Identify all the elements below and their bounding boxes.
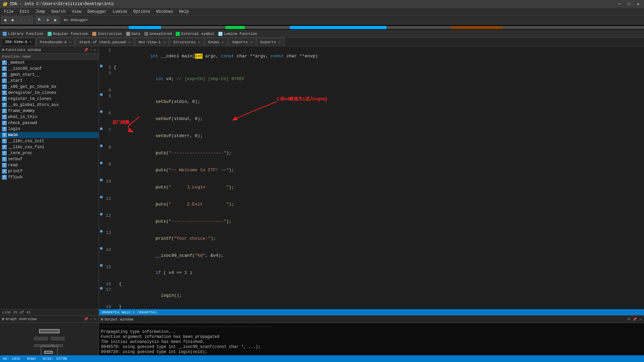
tab-stack-close[interactable]: ✕ <box>128 40 130 44</box>
output-btn-pin[interactable]: 📌 <box>632 317 637 321</box>
line-content-17[interactable]: login(); <box>114 287 644 304</box>
tab-stack[interactable]: Stack of check_passwd ✕ <box>75 38 134 46</box>
func-item-check[interactable]: f check_passwd <box>0 120 99 126</box>
tab-exports[interactable]: Exports ✕ <box>257 38 284 46</box>
tab-enums-close[interactable]: ✕ <box>222 40 224 44</box>
func-name-start: _start <box>8 78 22 83</box>
menu-item-search[interactable]: Search <box>48 9 68 15</box>
menu-item-debugger[interactable]: Debugger <box>85 9 109 15</box>
menu-item-lumina[interactable]: Lumina <box>110 9 130 15</box>
graph-panel-btn-pin[interactable]: 📌 <box>83 317 89 321</box>
tab-structures-close[interactable]: ✕ <box>198 40 200 44</box>
func-item-start[interactable]: f _start <box>0 78 99 84</box>
legend-library-label: Library function <box>8 32 44 36</box>
legend-data-label: Data <box>131 32 140 36</box>
toolbar-btn-7[interactable]: ▶ <box>52 16 59 24</box>
line-content-18[interactable]: } <box>114 304 644 309</box>
toolbar-btn-4[interactable]: ↓ <box>25 16 33 24</box>
status-au: AU: idle <box>3 357 20 361</box>
func-item-reg[interactable]: f register_tm_clones <box>0 96 99 102</box>
func-item-frame[interactable]: f frame_dummy <box>0 108 99 114</box>
func-item-what[interactable]: f what_is_this <box>0 114 99 120</box>
func-name-login: login <box>8 127 20 131</box>
func-item-x86[interactable]: f _x86_get_pc_thunk_bx <box>0 84 99 90</box>
func-item-scanf[interactable]: f __isoc99_scanf <box>0 66 99 72</box>
func-item-dereg[interactable]: f deregister_tm_clones <box>0 90 99 96</box>
line-num-13: 13 <box>104 230 114 236</box>
func-item-read[interactable]: f read <box>0 162 99 168</box>
tab-imports[interactable]: Imports ✕ <box>228 38 256 46</box>
func-item-csu-init[interactable]: f __libc_csu_init <box>0 138 99 144</box>
tab-pseudocode[interactable]: Pseudocode-A ✕ <box>36 38 75 46</box>
toolbar-btn-5[interactable]: 🔍 <box>36 16 43 24</box>
keyword-int: int <box>150 54 158 59</box>
func-item-main[interactable]: f main <box>0 132 99 138</box>
line-content-4 <box>114 87 644 93</box>
functions-panel-btn-minimize[interactable]: — <box>89 48 93 52</box>
line-content-2[interactable]: { <box>114 65 644 70</box>
output-btn-close[interactable]: ✕ <box>639 317 642 321</box>
line-content-9[interactable]: puts("~~ Welcome to CTF! ~~"); <box>114 162 644 179</box>
graph-panel-btn-minimize[interactable]: — <box>89 317 93 321</box>
func-item-setbuf[interactable]: f setbuf <box>0 156 99 162</box>
menu-item-file[interactable]: File <box>1 9 16 15</box>
code-line-7: 7 setbuf(stderr, 0); <box>99 127 644 144</box>
line-content-8[interactable]: puts("--------------------"); <box>114 144 644 162</box>
maximize-button[interactable]: □ <box>626 2 632 7</box>
menu-item-windows[interactable]: Windows <box>154 9 176 15</box>
menu-item-edit[interactable]: Edit <box>17 9 32 15</box>
navmap-highlight-2 <box>225 26 245 29</box>
tab-ida-view[interactable]: IDA View-A ✕ <box>1 38 36 46</box>
tab-enums[interactable]: Enums ✕ <box>205 38 228 46</box>
str-login: " 1.Login " <box>169 185 229 190</box>
func-item-login[interactable]: f login <box>0 126 99 132</box>
line-content-11[interactable]: puts(" 2.Exit "); <box>114 196 644 213</box>
toolbar-btn-2[interactable]: ▶ <box>9 16 17 24</box>
tab-hex-close[interactable]: ✕ <box>163 40 165 44</box>
line-content-12[interactable]: puts("--------------------"); <box>114 213 644 230</box>
menu-item-help[interactable]: Help <box>176 9 192 15</box>
toolbar-btn-6[interactable]: ⊕ <box>44 16 51 24</box>
tab-exports-close[interactable]: ✕ <box>279 40 281 44</box>
line-content-14[interactable]: __isoc99_scanf("%d", &v4); <box>114 247 644 264</box>
func-item-memset[interactable]: f _memset <box>0 60 99 66</box>
func-item-gmon[interactable]: f _gmon_start__ <box>0 72 99 78</box>
minimize-button[interactable]: — <box>616 2 623 7</box>
toolbar-btn-1[interactable]: ◀ <box>1 16 9 24</box>
func-name-memset: _memset <box>8 60 25 65</box>
menu-item-jump[interactable]: Jump <box>33 9 48 15</box>
tab-structures[interactable]: Structures ✕ <box>170 38 204 46</box>
menu-item-view[interactable]: View <box>69 9 84 15</box>
output-btn-copy[interactable]: ⧉ <box>627 317 631 321</box>
line-content-6[interactable]: setbuf(stdout, 0); <box>114 110 644 127</box>
func-icon-gmon: f <box>2 72 7 77</box>
line-content-16[interactable]: { <box>114 281 644 287</box>
func-item-printf[interactable]: f printf <box>0 168 99 174</box>
line-content-13[interactable]: printf("Your choice:"); <box>114 230 644 247</box>
line-content-10[interactable]: puts(" 1.Login "); <box>114 179 644 196</box>
func-item-do-global[interactable]: f __do_global_dtors_aux <box>0 102 99 108</box>
func-item-term[interactable]: f _term_proc <box>0 150 99 156</box>
line-content-3[interactable]: int v4; // [esp+Ch] [ebp-Ch] BYREF <box>114 70 644 87</box>
functions-title: Functions window <box>6 48 41 52</box>
tab-imports-close[interactable]: ✕ <box>250 40 252 44</box>
func-item-fflush[interactable]: f fflush <box>0 174 99 180</box>
tab-hex[interactable]: Hex View-1 ✕ <box>135 38 169 46</box>
line-content-5[interactable]: setbuf(stdin, 0); <box>114 93 644 110</box>
code-line-17: 17 login(); <box>99 287 644 304</box>
func-item-csu-fini[interactable]: f __libc_csu_fini <box>0 144 99 150</box>
tab-ida-view-close[interactable]: ✕ <box>30 40 32 44</box>
line-content-15[interactable]: if ( v4 == 1 ) <box>114 264 644 281</box>
menu-item-options[interactable]: Options <box>130 9 153 15</box>
line-content-7[interactable]: setbuf(stderr, 0); <box>114 127 644 144</box>
graph-panel-btn-close[interactable]: ✕ <box>93 317 97 321</box>
titlebar-icon: 🔐 <box>3 2 8 7</box>
functions-panel-btn-pin[interactable]: 📌 <box>83 48 89 52</box>
func-name-reg: register_tm_clones <box>8 97 52 101</box>
tab-pseudocode-close[interactable]: ✕ <box>69 40 71 44</box>
close-button[interactable]: ✕ <box>635 2 641 7</box>
functions-panel-btn-close[interactable]: ✕ <box>93 48 97 52</box>
line-content-1[interactable]: int __cdecl main(int argc, const char **… <box>114 48 644 65</box>
legend-regular-label: Regular function <box>53 32 89 36</box>
toolbar-btn-3[interactable]: ↑ <box>17 16 25 24</box>
